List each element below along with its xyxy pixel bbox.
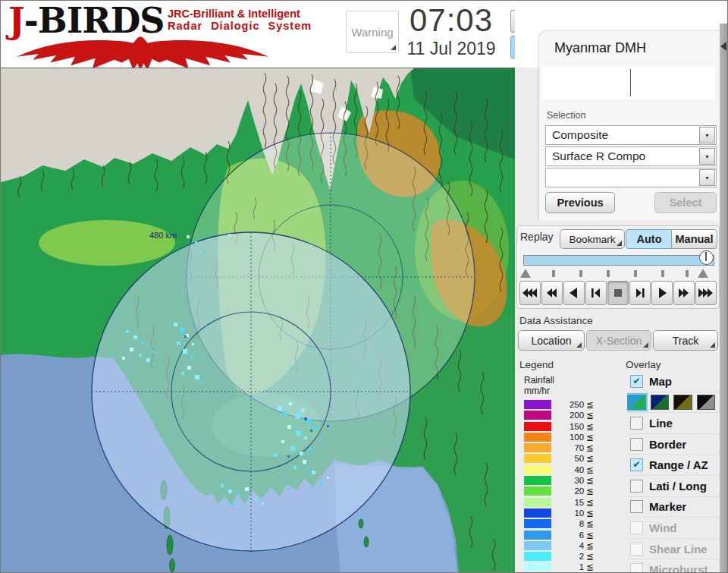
overlay-item-label: Wind: [649, 521, 677, 534]
jbirds-logo: J-BIRDS JRC-Brilliant & Intelligent Rada…: [7, 3, 284, 65]
legend-level-label: 150 ≦: [554, 421, 594, 432]
checkbox[interactable]: [630, 500, 643, 513]
play-reverse-icon: [564, 287, 584, 299]
previous-button[interactable]: Previous: [545, 192, 615, 213]
play-button[interactable]: [651, 281, 673, 305]
stop-icon: [608, 287, 628, 299]
chevron-down-icon[interactable]: ▼: [699, 148, 715, 165]
logo-title-rest: -BIRDS: [24, 0, 165, 41]
replay-slider-track[interactable]: [523, 255, 714, 266]
rewind-2x-button[interactable]: [541, 281, 563, 305]
radar-map-viewport[interactable]: 480 km: [1, 68, 515, 573]
clock-date: 11 Jul 2019: [398, 39, 504, 59]
selection-dropdown-1[interactable]: Composite ▼: [545, 125, 717, 145]
checkbox[interactable]: [630, 480, 643, 493]
seek-end-marker[interactable]: [698, 269, 708, 278]
replay-slider-handle[interactable]: [699, 250, 714, 265]
stop-button[interactable]: [607, 281, 629, 305]
chevron-down-icon[interactable]: ▼: [699, 169, 715, 186]
legend-level-label: 200 ≦: [554, 410, 594, 420]
forward-2x-button[interactable]: [673, 281, 695, 305]
text-cursor: [630, 69, 631, 96]
track-button[interactable]: Track: [653, 330, 718, 351]
bookmark-button[interactable]: Bookmark: [560, 229, 625, 249]
transport-controls: [519, 281, 717, 304]
checkbox[interactable]: [630, 417, 643, 430]
legend-color-swatch: [524, 552, 551, 561]
step-first-button[interactable]: [585, 281, 607, 305]
manual-mode-button[interactable]: Manual: [671, 229, 717, 249]
step-last-button[interactable]: [629, 281, 651, 305]
legend-level-label: 40 ≦: [554, 464, 594, 475]
map-style-swatch-1[interactable]: [627, 395, 646, 410]
logo-title: J-BIRDS: [8, 0, 165, 41]
legend-level-row: 6 ≦: [524, 530, 594, 540]
legend-scale: 250 ≦200 ≦150 ≦100 ≦70 ≦50 ≦40 ≦30 ≦20 ≦…: [524, 399, 594, 573]
play-reverse-button[interactable]: [563, 281, 585, 305]
location-button[interactable]: Location: [518, 330, 585, 351]
rewind-3x-button[interactable]: [519, 281, 541, 305]
jbirds-window: J-BIRDS JRC-Brilliant & Intelligent Rada…: [0, 0, 728, 573]
panel-collapse-strip[interactable]: [720, 24, 728, 573]
legend-title-unit: mm/hr: [524, 386, 550, 396]
seek-start-marker[interactable]: [520, 269, 531, 278]
replay-label: Replay: [520, 231, 554, 243]
select-button: Select: [654, 192, 717, 213]
x-section-button: X-Section: [586, 330, 651, 351]
checkbox[interactable]: ✔: [630, 375, 643, 388]
forward-3x-button[interactable]: [695, 281, 717, 305]
overlay-item-map[interactable]: ✔Map: [627, 371, 720, 392]
legend-level-row: 1 ≦: [524, 562, 594, 572]
control-panel: Myanmar DMH Selection Composite ▼ Surfac…: [515, 1, 728, 573]
radar-map: 480 km: [1, 68, 515, 573]
chevron-down-icon[interactable]: ▼: [699, 127, 715, 143]
legend-level-label: 1 ≦: [554, 562, 594, 572]
auto-mode-button[interactable]: Auto: [626, 229, 673, 249]
legend-color-swatch: [524, 454, 551, 463]
selection-dropdown-3[interactable]: ▼: [545, 168, 717, 187]
checkbox[interactable]: [630, 438, 643, 451]
legend-level-row: 150 ≦: [524, 421, 594, 432]
legend-color-swatch: [524, 433, 551, 442]
overlay-item-border[interactable]: Border: [627, 434, 720, 455]
legend-level-row: 30 ≦: [524, 475, 594, 486]
overlay-item-range-az[interactable]: ✔Range / AZ: [627, 455, 720, 476]
station-card: Myanmar DMH Selection Composite ▼ Surfac…: [539, 31, 720, 221]
legend-color-swatch: [524, 443, 551, 452]
selection-dropdown-2[interactable]: Surface R Compo ▼: [545, 146, 717, 166]
map-style-swatch-4[interactable]: [697, 395, 716, 410]
legend-level-row: 250 ≦: [524, 399, 594, 410]
overlay-list: ✔MapLineBorder✔Range / AZLati / LongMark…: [627, 371, 720, 573]
legend-color-swatch: [524, 541, 551, 550]
overlay-item-line[interactable]: Line: [627, 413, 720, 434]
legend-color-swatch: [524, 486, 551, 496]
map-style-swatch-3[interactable]: [673, 395, 692, 410]
legend-title-rainfall: Rainfall: [524, 375, 554, 386]
legend-label: Legend: [519, 359, 554, 370]
legend-level-row: 10 ≦: [524, 508, 594, 518]
overlay-item-label: Border: [649, 438, 686, 451]
station-input[interactable]: [542, 66, 715, 99]
legend-level-label: 250 ≦: [554, 399, 594, 410]
checkbox[interactable]: ✔: [630, 458, 643, 471]
legend-color-swatch: [524, 411, 551, 420]
legend-level-row: 15 ≦: [524, 497, 594, 508]
data-assistance-label: Data Assistance: [519, 315, 593, 326]
overlay-item-label: Lati / Long: [649, 480, 707, 493]
overlay-item-marker[interactable]: Marker: [627, 497, 720, 518]
overlay-item-lati-long[interactable]: Lati / Long: [627, 476, 720, 497]
legend-level-label: 4 ≦: [554, 540, 594, 551]
legend-level-label: 10 ≦: [554, 508, 594, 518]
logo-letter-j: J: [8, 0, 24, 41]
warning-button[interactable]: Warning: [346, 11, 399, 53]
map-style-swatch-2[interactable]: [651, 395, 670, 410]
legend-level-row: 8 ≦: [524, 518, 594, 529]
step-first-icon: [586, 287, 606, 299]
overlay-item-label: Microburst: [649, 563, 708, 573]
legend-level-label: 100 ≦: [554, 432, 594, 442]
warning-button-label: Warning: [351, 26, 393, 39]
collapse-left-icon: [720, 42, 726, 51]
checkbox: [630, 521, 643, 534]
legend-level-row: 50 ≦: [524, 453, 594, 464]
legend-color-swatch: [524, 465, 551, 474]
